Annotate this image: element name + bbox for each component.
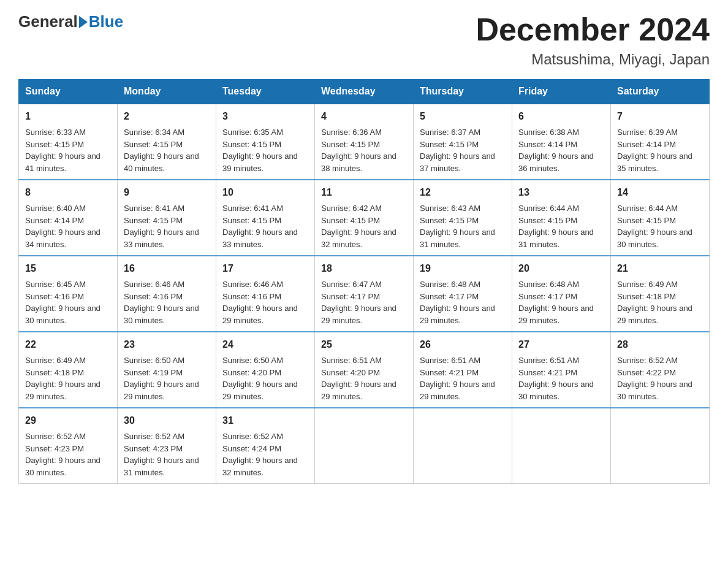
day-info: Sunrise: 6:41 AMSunset: 4:15 PMDaylight:…	[222, 204, 298, 249]
day-info: Sunrise: 6:47 AMSunset: 4:17 PMDaylight:…	[321, 280, 396, 325]
day-info: Sunrise: 6:52 AMSunset: 4:23 PMDaylight:…	[124, 432, 199, 477]
day-number: 21	[617, 261, 703, 276]
day-cell	[512, 408, 611, 484]
day-number: 16	[124, 261, 210, 276]
day-number: 8	[25, 185, 111, 200]
logo: General Blue	[18, 12, 123, 31]
day-cell: 26 Sunrise: 6:51 AMSunset: 4:21 PMDaylig…	[414, 332, 512, 408]
title-section: December 2024 Matsushima, Miyagi, Japan	[476, 12, 710, 68]
day-cell: 2 Sunrise: 6:34 AMSunset: 4:15 PMDayligh…	[118, 104, 216, 180]
day-info: Sunrise: 6:50 AMSunset: 4:20 PMDaylight:…	[222, 356, 298, 401]
day-info: Sunrise: 6:38 AMSunset: 4:14 PMDaylight:…	[518, 128, 594, 173]
day-number: 7	[617, 109, 703, 124]
day-info: Sunrise: 6:49 AMSunset: 4:18 PMDaylight:…	[25, 356, 100, 401]
day-cell	[315, 408, 414, 484]
day-info: Sunrise: 6:46 AMSunset: 4:16 PMDaylight:…	[124, 280, 199, 325]
day-number: 17	[222, 261, 308, 276]
day-cell: 14 Sunrise: 6:44 AMSunset: 4:15 PMDaylig…	[611, 180, 710, 256]
day-number: 20	[518, 261, 604, 276]
day-cell: 3 Sunrise: 6:35 AMSunset: 4:15 PMDayligh…	[216, 104, 315, 180]
header-thursday: Thursday	[414, 80, 512, 104]
day-cell: 8 Sunrise: 6:40 AMSunset: 4:14 PMDayligh…	[19, 180, 118, 256]
day-cell	[414, 408, 512, 484]
day-cell: 18 Sunrise: 6:47 AMSunset: 4:17 PMDaylig…	[315, 256, 414, 332]
day-info: Sunrise: 6:51 AMSunset: 4:20 PMDaylight:…	[321, 356, 396, 401]
day-cell: 10 Sunrise: 6:41 AMSunset: 4:15 PMDaylig…	[216, 180, 315, 256]
header-row: SundayMondayTuesdayWednesdayThursdayFrid…	[19, 80, 710, 104]
calendar-subtitle: Matsushima, Miyagi, Japan	[476, 51, 710, 68]
page-header: General Blue December 2024 Matsushima, M…	[18, 12, 710, 68]
logo-blue-text: Blue	[89, 12, 123, 31]
day-cell	[611, 408, 710, 484]
day-info: Sunrise: 6:36 AMSunset: 4:15 PMDaylight:…	[321, 128, 396, 173]
day-number: 22	[25, 337, 111, 352]
day-cell: 25 Sunrise: 6:51 AMSunset: 4:20 PMDaylig…	[315, 332, 414, 408]
day-cell: 21 Sunrise: 6:49 AMSunset: 4:18 PMDaylig…	[611, 256, 710, 332]
day-info: Sunrise: 6:48 AMSunset: 4:17 PMDaylight:…	[518, 280, 594, 325]
day-info: Sunrise: 6:48 AMSunset: 4:17 PMDaylight:…	[420, 280, 495, 325]
day-number: 29	[25, 413, 111, 428]
day-number: 28	[617, 337, 703, 352]
day-info: Sunrise: 6:37 AMSunset: 4:15 PMDaylight:…	[420, 128, 495, 173]
day-info: Sunrise: 6:51 AMSunset: 4:21 PMDaylight:…	[420, 356, 495, 401]
day-cell: 11 Sunrise: 6:42 AMSunset: 4:15 PMDaylig…	[315, 180, 414, 256]
day-cell: 7 Sunrise: 6:39 AMSunset: 4:14 PMDayligh…	[611, 104, 710, 180]
day-number: 5	[420, 109, 506, 124]
week-row-2: 8 Sunrise: 6:40 AMSunset: 4:14 PMDayligh…	[19, 180, 710, 256]
day-number: 30	[124, 413, 210, 428]
day-info: Sunrise: 6:50 AMSunset: 4:19 PMDaylight:…	[124, 356, 199, 401]
day-number: 19	[420, 261, 506, 276]
week-row-4: 22 Sunrise: 6:49 AMSunset: 4:18 PMDaylig…	[19, 332, 710, 408]
day-number: 2	[124, 109, 210, 124]
day-number: 31	[222, 413, 308, 428]
day-info: Sunrise: 6:42 AMSunset: 4:15 PMDaylight:…	[321, 204, 396, 249]
day-cell: 28 Sunrise: 6:52 AMSunset: 4:22 PMDaylig…	[611, 332, 710, 408]
day-number: 26	[420, 337, 506, 352]
day-cell: 9 Sunrise: 6:41 AMSunset: 4:15 PMDayligh…	[118, 180, 216, 256]
day-cell: 30 Sunrise: 6:52 AMSunset: 4:23 PMDaylig…	[118, 408, 216, 484]
day-number: 27	[518, 337, 604, 352]
day-info: Sunrise: 6:52 AMSunset: 4:22 PMDaylight:…	[617, 356, 692, 401]
day-number: 10	[222, 185, 308, 200]
day-number: 14	[617, 185, 703, 200]
day-cell: 22 Sunrise: 6:49 AMSunset: 4:18 PMDaylig…	[19, 332, 118, 408]
day-info: Sunrise: 6:35 AMSunset: 4:15 PMDaylight:…	[222, 128, 298, 173]
day-number: 12	[420, 185, 506, 200]
calendar-title: December 2024	[476, 12, 710, 47]
day-number: 3	[222, 109, 308, 124]
day-cell: 16 Sunrise: 6:46 AMSunset: 4:16 PMDaylig…	[118, 256, 216, 332]
day-info: Sunrise: 6:52 AMSunset: 4:24 PMDaylight:…	[222, 432, 298, 477]
day-number: 18	[321, 261, 407, 276]
day-cell: 17 Sunrise: 6:46 AMSunset: 4:16 PMDaylig…	[216, 256, 315, 332]
header-saturday: Saturday	[611, 80, 710, 104]
logo-general-text: General	[18, 12, 78, 31]
week-row-3: 15 Sunrise: 6:45 AMSunset: 4:16 PMDaylig…	[19, 256, 710, 332]
day-cell: 29 Sunrise: 6:52 AMSunset: 4:23 PMDaylig…	[19, 408, 118, 484]
header-tuesday: Tuesday	[216, 80, 315, 104]
day-cell: 13 Sunrise: 6:44 AMSunset: 4:15 PMDaylig…	[512, 180, 611, 256]
day-info: Sunrise: 6:45 AMSunset: 4:16 PMDaylight:…	[25, 280, 100, 325]
day-number: 24	[222, 337, 308, 352]
day-number: 9	[124, 185, 210, 200]
header-friday: Friday	[512, 80, 611, 104]
day-info: Sunrise: 6:44 AMSunset: 4:15 PMDaylight:…	[518, 204, 594, 249]
day-cell: 23 Sunrise: 6:50 AMSunset: 4:19 PMDaylig…	[118, 332, 216, 408]
day-cell: 4 Sunrise: 6:36 AMSunset: 4:15 PMDayligh…	[315, 104, 414, 180]
header-sunday: Sunday	[19, 80, 118, 104]
week-row-1: 1 Sunrise: 6:33 AMSunset: 4:15 PMDayligh…	[19, 104, 710, 180]
day-info: Sunrise: 6:51 AMSunset: 4:21 PMDaylight:…	[518, 356, 594, 401]
day-number: 13	[518, 185, 604, 200]
day-info: Sunrise: 6:46 AMSunset: 4:16 PMDaylight:…	[222, 280, 298, 325]
day-info: Sunrise: 6:43 AMSunset: 4:15 PMDaylight:…	[420, 204, 495, 249]
calendar-table: SundayMondayTuesdayWednesdayThursdayFrid…	[18, 79, 710, 484]
day-cell: 15 Sunrise: 6:45 AMSunset: 4:16 PMDaylig…	[19, 256, 118, 332]
day-info: Sunrise: 6:52 AMSunset: 4:23 PMDaylight:…	[25, 432, 100, 477]
day-number: 1	[25, 109, 111, 124]
day-number: 15	[25, 261, 111, 276]
day-number: 11	[321, 185, 407, 200]
day-cell: 6 Sunrise: 6:38 AMSunset: 4:14 PMDayligh…	[512, 104, 611, 180]
day-cell: 20 Sunrise: 6:48 AMSunset: 4:17 PMDaylig…	[512, 256, 611, 332]
day-info: Sunrise: 6:44 AMSunset: 4:15 PMDaylight:…	[617, 204, 692, 249]
day-cell: 1 Sunrise: 6:33 AMSunset: 4:15 PMDayligh…	[19, 104, 118, 180]
day-info: Sunrise: 6:33 AMSunset: 4:15 PMDaylight:…	[25, 128, 100, 173]
